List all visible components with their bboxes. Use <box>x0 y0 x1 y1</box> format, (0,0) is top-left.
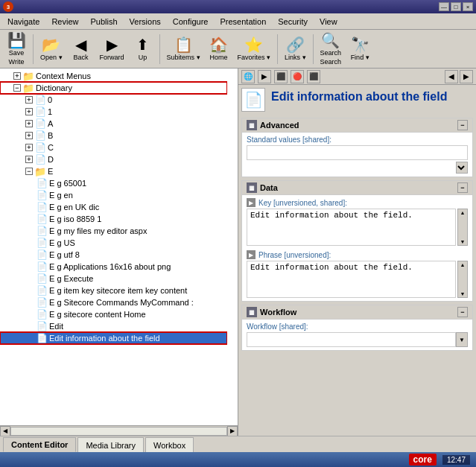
menu-navigate[interactable]: Navigate <box>1 13 45 30</box>
advanced-collapse-button[interactable]: − <box>457 120 468 130</box>
tab-content-editor[interactable]: Content Editor <box>3 437 76 452</box>
box1-button[interactable]: ⬛ <box>274 70 288 83</box>
tree-item-egapp[interactable]: 📄 E g Applications 16x16 about png <box>0 261 227 273</box>
play-button[interactable]: ▶ <box>258 70 271 83</box>
favorites-button[interactable]: ⭐ Favorites ▾ <box>234 32 275 66</box>
menu-review[interactable]: Review <box>45 13 84 30</box>
tree-item-egenuk[interactable]: 📄 E g en UK dic <box>0 201 227 213</box>
tree-item-edit[interactable]: 📄 Edit <box>0 320 227 332</box>
maximize-button[interactable]: □ <box>451 2 461 11</box>
close-button[interactable]: × <box>463 2 473 11</box>
tree-item-egmy[interactable]: 📄 E g my files my editor aspx <box>0 225 227 237</box>
section-data-header: ▦ Data − <box>242 181 472 195</box>
links-button[interactable]: 🔗 Links ▾ <box>281 32 310 66</box>
section-workflow: ▦ Workflow − Workflow [shared]: ▼ <box>241 305 473 351</box>
tree-item-D[interactable]: + 📄 D <box>0 153 227 165</box>
phrase-value-textarea[interactable]: Edit information about the field. <box>247 261 456 298</box>
box2-button[interactable]: ⬛ <box>307 70 320 83</box>
scroll-left-button[interactable]: ◀ <box>0 426 10 436</box>
advanced-section-icon: ▦ <box>247 120 257 130</box>
expand-icon[interactable]: + <box>25 108 33 115</box>
advanced-title: Advanced <box>260 121 299 130</box>
scroll-track[interactable] <box>10 427 227 436</box>
tree-label: C <box>46 143 54 152</box>
expand-icon[interactable]: + <box>25 156 33 163</box>
tree-item-editinfo[interactable]: 📄 Edit information about the field <box>0 332 227 344</box>
find-button[interactable]: 🔭 Find ▾ <box>346 32 373 66</box>
expand-icon[interactable]: − <box>25 168 33 175</box>
scroll-down-btn[interactable]: ▼ <box>458 238 467 245</box>
tree-item-A[interactable]: + 📄 A <box>0 118 227 130</box>
up-button[interactable]: ⬆ Up <box>130 32 156 66</box>
back-label: Back <box>74 54 89 61</box>
data-collapse-button[interactable]: − <box>457 182 468 193</box>
forward-button[interactable]: ▶ Forward <box>96 32 128 66</box>
save-button[interactable]: 💾 Save Write <box>3 32 30 66</box>
tree-item-eg65001[interactable]: 📄 E g 65001 <box>0 177 227 189</box>
menu-presentation[interactable]: Presentation <box>214 13 272 30</box>
tree-item-context-menus[interactable]: + 📁 Context Menus <box>0 70 227 82</box>
menu-view[interactable]: View <box>314 13 343 30</box>
open-button[interactable]: 📂 Open ▾ <box>37 32 66 66</box>
menu-publish[interactable]: Publish <box>85 13 124 30</box>
tree-item-C[interactable]: + 📄 C <box>0 142 227 153</box>
expand-icon[interactable]: + <box>25 144 33 151</box>
next-button[interactable]: ▶ <box>460 70 473 83</box>
expand-icon[interactable]: + <box>25 120 33 127</box>
key-label: Key [unversioned, shared]: <box>258 199 347 207</box>
tree-item-1[interactable]: + 📄 1 <box>0 106 227 118</box>
doc-icon: 📄 <box>34 118 46 129</box>
workflow-collapse-button[interactable]: − <box>457 307 468 317</box>
subitems-icon: 📋 <box>174 37 193 52</box>
tree-item-egiso[interactable]: 📄 E g iso 8859 1 <box>0 213 227 225</box>
standard-values-dropdown[interactable] <box>456 162 468 174</box>
expand-icon[interactable]: + <box>13 72 21 80</box>
scroll-right-button[interactable]: ▶ <box>227 426 238 436</box>
tree-label: E g Execute <box>48 274 93 283</box>
menu-security[interactable]: Security <box>272 13 314 30</box>
tree-item-egsite[interactable]: 📄 E g Sitecore Commands MyCommand : <box>0 296 227 308</box>
tree-item-egen[interactable]: 📄 E g en <box>0 189 227 201</box>
scroll-up-btn[interactable]: ▲ <box>458 209 467 216</box>
workflow-input[interactable] <box>247 332 456 347</box>
subitems-label: Subitems ▾ <box>167 54 200 61</box>
tree-horizontal-scrollbar: ◀ ▶ <box>0 425 238 436</box>
workflow-dropdown[interactable]: ▼ <box>456 332 468 347</box>
search-button[interactable]: 🔍 Search Search <box>317 32 346 66</box>
menu-configure[interactable]: Configure <box>167 13 215 30</box>
separator-3 <box>277 34 278 64</box>
back-button[interactable]: ◀ Back <box>68 32 95 66</box>
tree-item-egitem[interactable]: 📄 E g item key sitecore item key content <box>0 285 227 296</box>
tree-item-B[interactable]: + 📄 B <box>0 130 227 142</box>
scroll-down-btn2[interactable]: ▼ <box>458 290 467 297</box>
globe-button[interactable]: 🌐 <box>241 70 255 83</box>
open-icon: 📂 <box>42 37 60 52</box>
subitems-button[interactable]: 📋 Subitems ▾ <box>163 32 204 66</box>
tree-item-egutf8[interactable]: 📄 E g utf 8 <box>0 249 227 261</box>
tree-item-egsitecore[interactable]: 📄 E g sitecore content Home <box>0 308 227 320</box>
tab-workbox[interactable]: Workbox <box>145 437 194 452</box>
page-icon: 📄 <box>241 88 265 112</box>
expand-icon[interactable]: − <box>13 84 21 92</box>
expand-icon[interactable]: + <box>25 96 33 104</box>
menu-versions[interactable]: Versions <box>124 13 167 30</box>
scroll-up-btn2[interactable]: ▲ <box>458 261 467 268</box>
prev-button[interactable]: ◀ <box>445 70 458 83</box>
minimize-button[interactable]: — <box>439 2 449 11</box>
standard-values-input[interactable] <box>247 145 468 160</box>
tree-item-0[interactable]: + 📄 0 <box>0 94 227 106</box>
tree-item-egexec[interactable]: 📄 E g Execute <box>0 273 227 285</box>
tree-label: E g iso 8859 1 <box>48 215 101 223</box>
doc-icon: 📄 <box>36 250 48 260</box>
separator-1 <box>33 34 34 64</box>
red-button[interactable]: 🔴 <box>291 70 304 83</box>
tab-media-library[interactable]: Media Library <box>77 437 144 452</box>
tree-item-E[interactable]: − 📁 E <box>0 165 227 177</box>
tree-item-dictionary[interactable]: − 📁 Dictionary <box>0 82 227 94</box>
tree-label: E g my files my editor aspx <box>48 226 147 235</box>
standard-values-label: Standard values [shared]: <box>247 136 468 144</box>
tree-item-egus[interactable]: 📄 E g US <box>0 237 227 249</box>
home-button[interactable]: 🏠 Home <box>206 32 232 66</box>
key-value-textarea[interactable]: Edit information about the field. <box>247 209 456 246</box>
expand-icon[interactable]: + <box>25 132 33 139</box>
